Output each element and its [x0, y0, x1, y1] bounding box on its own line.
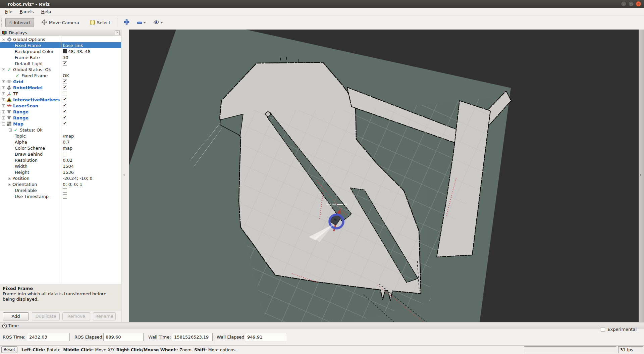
expand-icon[interactable]: + — [2, 116, 5, 119]
tree-row-use-timestamp[interactable]: Use Timestamp — [0, 193, 121, 199]
row-value[interactable] — [63, 80, 67, 84]
enabled-checkbox[interactable] — [63, 152, 67, 156]
add-tool-button[interactable] — [122, 18, 131, 27]
collapse-icon[interactable]: − — [2, 68, 5, 71]
close-button[interactable]: ✕ — [636, 1, 641, 7]
right-panel-splitter[interactable]: ‹ — [639, 30, 644, 322]
collapse-icon[interactable]: − — [2, 38, 5, 41]
tree-column-divider[interactable] — [61, 36, 61, 284]
row-value[interactable] — [63, 188, 67, 193]
tree-row-tf[interactable]: +TF — [0, 91, 121, 97]
menu-item-panels[interactable]: Panels — [16, 8, 38, 15]
displays-panel-header[interactable]: Displays ✕ — [0, 30, 121, 36]
row-value[interactable] — [63, 122, 67, 126]
row-value[interactable] — [63, 86, 67, 90]
visibility-tool-dropdown-icon[interactable] — [160, 22, 163, 23]
menu-item-file[interactable]: File — [1, 8, 16, 15]
tree-row-laserscan[interactable]: +LaserScan — [0, 103, 121, 109]
ros-time-input[interactable]: 2432.03 — [27, 333, 70, 341]
visibility-tool-button[interactable] — [152, 18, 165, 27]
row-value[interactable] — [63, 104, 67, 108]
expand-right-panel-icon[interactable]: ‹ — [640, 172, 642, 178]
enabled-checkbox[interactable] — [63, 80, 67, 84]
tree-row-draw-behind[interactable]: Draw Behind — [0, 151, 121, 157]
minimize-button[interactable]: – — [621, 1, 627, 7]
expand-icon[interactable]: + — [9, 129, 12, 132]
enabled-checkbox[interactable] — [63, 86, 67, 90]
tree-row-map[interactable]: −Map — [0, 121, 121, 127]
ros-elapsed-input[interactable]: 889.60 — [103, 333, 144, 341]
reset-button[interactable]: Reset — [1, 346, 17, 353]
row-value[interactable] — [63, 116, 67, 120]
tree-row-orientation[interactable]: +Orientation0; 0; 0; 1 — [0, 181, 121, 187]
tree-row-range[interactable]: +Range — [0, 115, 121, 121]
expand-icon[interactable]: + — [2, 80, 5, 83]
experimental-checkbox[interactable] — [601, 327, 605, 332]
tree-row-topic[interactable]: Topic/map — [0, 133, 121, 139]
duplicate-button[interactable]: Duplicate — [32, 312, 60, 320]
tree-row-alpha[interactable]: Alpha0.7 — [0, 139, 121, 145]
tree-row-resolution[interactable]: Resolution0.02 — [0, 157, 121, 163]
title-bar[interactable]: robot.rviz* - RViz – ▢ ✕ — [0, 0, 644, 8]
interact-tool-button[interactable]: ☝ Interact — [5, 18, 34, 27]
add-button[interactable]: Add — [3, 312, 29, 320]
row-value[interactable] — [63, 194, 67, 199]
expand-icon[interactable]: + — [8, 177, 11, 180]
enabled-checkbox[interactable] — [63, 61, 67, 66]
expand-icon[interactable]: + — [2, 92, 5, 95]
collapse-left-panel-icon[interactable]: ‹ — [123, 172, 125, 178]
enabled-checkbox[interactable] — [63, 110, 67, 114]
remove-button[interactable]: Remove — [62, 312, 90, 320]
time-panel-header[interactable]: Time — [0, 322, 644, 329]
color-swatch[interactable] — [63, 49, 67, 53]
row-value[interactable] — [63, 92, 67, 96]
wall-elapsed-input[interactable]: 949.91 — [245, 333, 287, 341]
rename-button[interactable]: Rename — [93, 312, 116, 320]
expand-icon[interactable]: + — [2, 86, 5, 89]
row-value[interactable] — [63, 152, 67, 156]
enabled-checkbox[interactable] — [63, 194, 67, 199]
tree-row-robotmodel[interactable]: +RobotModel — [0, 85, 121, 91]
remove-tool-dropdown-icon[interactable] — [143, 22, 146, 23]
tree-row-fixed-frame[interactable]: Fixed Framebase_link — [0, 42, 121, 48]
remove-tool-button[interactable] — [135, 18, 148, 27]
tree-row-frame-rate[interactable]: Frame Rate30 — [0, 54, 121, 60]
row-value[interactable] — [63, 110, 67, 114]
expand-icon[interactable]: + — [8, 183, 11, 186]
wall-time-input[interactable]: 1581526523.19 — [172, 333, 213, 341]
enabled-checkbox[interactable] — [63, 188, 67, 193]
tree-row-global-status-ok[interactable]: −✓Global Status: Ok — [0, 66, 121, 72]
expand-icon[interactable]: + — [2, 110, 5, 113]
tree-row-unreliable[interactable]: Unreliable — [0, 187, 121, 193]
tree-row-fixed-frame[interactable]: ✓Fixed FrameOK — [0, 72, 121, 79]
enabled-checkbox[interactable] — [63, 104, 67, 108]
panel-close-button[interactable]: ✕ — [115, 30, 120, 35]
enabled-checkbox[interactable] — [63, 116, 67, 120]
toolbar-drag-handle[interactable] — [1, 18, 3, 27]
left-panel-splitter[interactable]: ‹ — [121, 30, 129, 322]
tree-row-height[interactable]: Height1536 — [0, 169, 121, 175]
expand-icon[interactable]: + — [2, 104, 5, 107]
menu-item-help[interactable]: Help — [38, 8, 55, 15]
enabled-checkbox[interactable] — [63, 122, 67, 126]
tree-row-width[interactable]: Width1504 — [0, 163, 121, 169]
expand-icon[interactable]: + — [2, 98, 5, 101]
tree-row-position[interactable]: +Position-20.24; -10; 0 — [0, 175, 121, 181]
collapse-icon[interactable]: − — [2, 122, 5, 125]
select-tool-button[interactable]: Select — [87, 18, 114, 27]
tree-row-default-light[interactable]: Default Light — [0, 60, 121, 66]
move-camera-tool-button[interactable]: Move Camera — [38, 18, 83, 27]
tree-row-background-color[interactable]: Background Color48; 48; 48 — [0, 48, 121, 54]
tree-row-global-options[interactable]: −Global Options — [0, 36, 121, 42]
tree-row-color-scheme[interactable]: Color Schememap — [0, 145, 121, 151]
tree-row-interactivemarkers[interactable]: +InteractiveMarkers — [0, 97, 121, 103]
enabled-checkbox[interactable] — [63, 92, 67, 96]
tree-row-status-ok[interactable]: +✓Status: Ok — [0, 127, 121, 133]
row-value[interactable] — [63, 61, 67, 66]
tree-row-grid[interactable]: +Grid — [0, 79, 121, 85]
enabled-checkbox[interactable] — [63, 98, 67, 102]
maximize-button[interactable]: ▢ — [628, 1, 634, 7]
row-value[interactable] — [63, 98, 67, 102]
3d-viewport[interactable] — [129, 30, 639, 322]
tree-row-range[interactable]: +Range — [0, 109, 121, 115]
